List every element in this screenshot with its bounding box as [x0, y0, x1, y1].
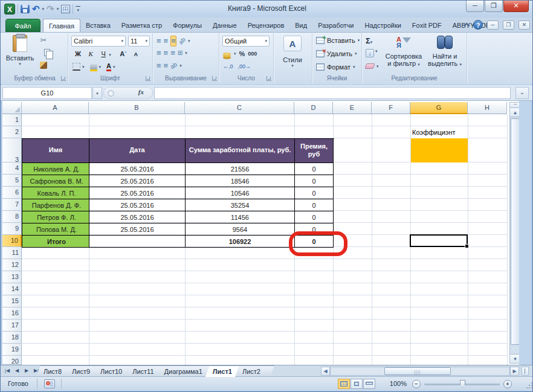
name-box-dropdown-icon[interactable]: ▾: [92, 87, 102, 99]
workbook-close-icon[interactable]: ✕: [518, 21, 530, 30]
insert-cells-button[interactable]: Вставить▾: [316, 37, 360, 44]
shrink-font-button[interactable]: А: [131, 50, 141, 60]
cell-salary[interactable]: 21556: [186, 163, 295, 175]
row-header-20[interactable]: 20: [2, 356, 22, 365]
align-top-icon[interactable]: ≡: [157, 36, 161, 46]
table-header-date[interactable]: Дата: [89, 139, 186, 163]
formula-input[interactable]: [154, 87, 511, 99]
delete-cells-button[interactable]: Удалить▾: [316, 50, 357, 57]
selected-cell-G10[interactable]: [410, 234, 468, 247]
cell-salary[interactable]: 11456: [186, 211, 295, 223]
wrap-text-icon[interactable]: ab: [169, 60, 179, 71]
row-header-13[interactable]: 13: [2, 271, 22, 283]
merge-dropdown-icon[interactable]: ▾: [185, 51, 187, 56]
align-center-icon[interactable]: ≡: [164, 48, 169, 58]
minimize-button[interactable]: ─: [466, 1, 484, 12]
zoom-out-icon[interactable]: −: [412, 380, 421, 388]
row-header-3[interactable]: 3: [2, 138, 22, 162]
currency-icon[interactable]: [223, 53, 231, 56]
tab-review[interactable]: Рецензиров: [242, 19, 290, 32]
fx-icon[interactable]: fx: [138, 88, 144, 95]
fill-button[interactable]: ↓▾: [366, 49, 378, 57]
tab-view[interactable]: Вид: [289, 19, 312, 32]
row-header-16[interactable]: 16: [2, 307, 22, 320]
cell-salary[interactable]: 10546: [186, 187, 295, 199]
fill-color-button[interactable]: [90, 62, 97, 71]
cell-total-label[interactable]: Итого: [22, 236, 89, 248]
grow-font-button[interactable]: А: [118, 49, 129, 60]
font-name-select[interactable]: Calibri▾: [71, 36, 126, 47]
underline-dropdown-icon[interactable]: ▾: [109, 53, 111, 57]
dialog-launcher-icon[interactable]: [146, 76, 150, 81]
cell-bonus[interactable]: 0: [295, 199, 334, 211]
sheet-tab-list8[interactable]: Лист8: [36, 365, 69, 377]
macro-record-icon[interactable]: [44, 379, 55, 388]
hscroll-right-icon[interactable]: ▶: [510, 367, 519, 376]
row-header-11[interactable]: 11: [2, 247, 22, 259]
cell-date[interactable]: 25.05.2016: [89, 199, 186, 211]
font-color-button[interactable]: А: [106, 62, 111, 71]
sort-filter-button[interactable]: АЯ Сортировка и фильтр ▾: [384, 36, 424, 67]
tab-insert[interactable]: Вставка: [80, 19, 116, 32]
restore-button[interactable]: ❐: [485, 1, 503, 12]
borders-dropdown-icon[interactable]: ▾: [82, 65, 85, 69]
align-right-icon[interactable]: ≡: [170, 48, 175, 58]
zoom-in-icon[interactable]: +: [503, 380, 512, 388]
wrap-dropdown-icon[interactable]: ▾: [179, 63, 182, 68]
row-header-6[interactable]: 6: [2, 187, 22, 199]
percent-button[interactable]: %: [239, 50, 245, 57]
bold-button[interactable]: Ж: [73, 49, 83, 60]
cell-salary[interactable]: 18546: [186, 175, 295, 187]
first-sheet-icon[interactable]: |◀: [3, 367, 11, 375]
row-header-2[interactable]: 2: [2, 126, 22, 138]
tab-data[interactable]: Данные: [207, 19, 242, 32]
expand-formula-bar-icon[interactable]: ⌄: [515, 87, 529, 99]
decrease-decimal-icon[interactable]: ,00→: [238, 63, 251, 69]
find-select-button[interactable]: Найти и выделить ▾: [425, 36, 465, 67]
next-sheet-icon[interactable]: ▶: [22, 367, 31, 375]
underline-button[interactable]: Ч: [98, 49, 109, 60]
row-header-14[interactable]: 14: [2, 283, 22, 295]
increase-indent-icon[interactable]: ≡: [164, 61, 169, 71]
tab-file[interactable]: Файл: [5, 19, 40, 32]
cell-name[interactable]: Коваль Л. П.: [22, 187, 89, 199]
help-icon[interactable]: ?: [473, 20, 483, 30]
page-break-view-icon[interactable]: [363, 379, 375, 389]
formula-options-icon[interactable]: [108, 90, 114, 97]
tab-formulas[interactable]: Формулы: [167, 19, 207, 32]
cell-date[interactable]: 25.05.2016: [89, 187, 186, 199]
row-header-12[interactable]: 12: [2, 259, 22, 271]
autosum-button[interactable]: Σ▾: [366, 36, 372, 45]
orientation-dropdown-icon[interactable]: ▾: [188, 39, 190, 43]
zoom-level[interactable]: 100%: [390, 380, 407, 387]
orientation-icon[interactable]: ab: [176, 35, 188, 47]
resize-grip[interactable]: [525, 382, 532, 390]
clear-button[interactable]: ▾: [366, 63, 379, 69]
normal-view-icon[interactable]: [338, 379, 350, 389]
vertical-scroll-thumb[interactable]: [511, 118, 520, 345]
font-color-dropdown-icon[interactable]: ▾: [113, 65, 115, 69]
format-cells-button[interactable]: Формат▾: [316, 63, 355, 71]
styles-dropdown-icon[interactable]: ▾: [277, 63, 308, 68]
thousands-button[interactable]: 000: [248, 51, 257, 57]
currency-dropdown-icon[interactable]: ▾: [234, 51, 236, 56]
tab-addins[interactable]: Надстройки: [360, 19, 407, 32]
col-header-C[interactable]: C: [185, 102, 294, 114]
col-header-E[interactable]: E: [333, 102, 372, 114]
cell-G3-orange[interactable]: [411, 138, 468, 162]
cell-name[interactable]: Попова М. Д.: [22, 223, 89, 236]
cell-G2-coefficient[interactable]: Коэффициэнт: [411, 126, 468, 138]
dialog-launcher-icon[interactable]: [212, 76, 217, 81]
cell-date[interactable]: 25.05.2016: [89, 163, 186, 175]
row-header-5[interactable]: 5: [2, 175, 22, 187]
sheet-tab-list1[interactable]: Лист1: [205, 365, 239, 377]
cell-bonus[interactable]: 0: [295, 175, 334, 187]
col-header-D[interactable]: D: [294, 102, 333, 114]
select-all-corner[interactable]: [2, 102, 22, 114]
prev-sheet-icon[interactable]: ◀: [13, 367, 21, 375]
align-bottom-icon[interactable]: ≡: [170, 36, 176, 47]
sheet-tab-list2[interactable]: Лист2: [235, 365, 268, 377]
cell-name[interactable]: Парфенов Д. Ф.: [22, 199, 89, 211]
row-header-15[interactable]: 15: [2, 295, 22, 307]
fill-color-dropdown-icon[interactable]: ▾: [99, 65, 102, 69]
